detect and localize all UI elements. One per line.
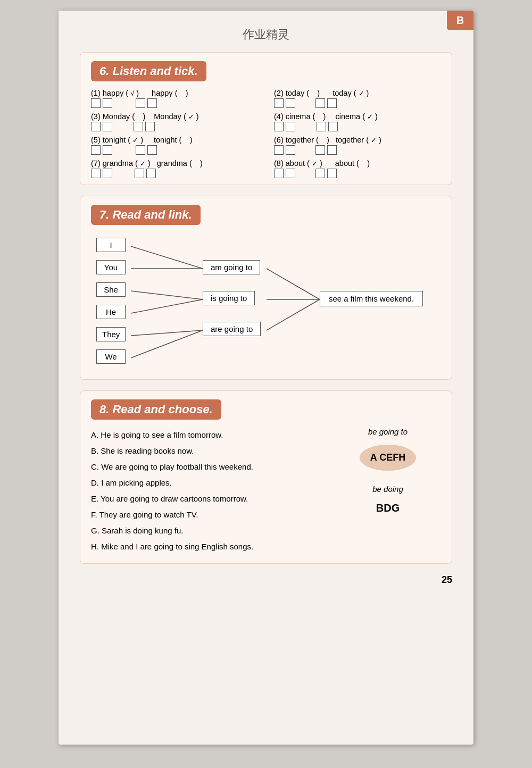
- box: [274, 122, 284, 131]
- listen-item-5: (5) tonight ( ✓ ) tonight ( ): [91, 136, 258, 155]
- listen-boxes-4: [274, 122, 441, 131]
- verb-am-going-to: am going to: [203, 260, 260, 274]
- section7-header: 7. Read and link.: [91, 205, 201, 225]
- box: [327, 145, 337, 155]
- svg-line-3: [131, 299, 203, 313]
- answer-going-to: A CEFH: [360, 445, 416, 471]
- sentence-E: E. You are going to draw cartoons tomorr…: [91, 491, 324, 507]
- box: [315, 98, 325, 108]
- section8-content: A. He is going to see a film tomorrow. B…: [91, 427, 441, 555]
- box: [145, 122, 155, 131]
- chinese-title: 作业精灵: [80, 27, 452, 43]
- box: [91, 145, 101, 155]
- listen-boxes-8: [274, 169, 441, 178]
- page: B 作业精灵 6. Listen and tick. (1) happy ( √…: [59, 11, 473, 745]
- subject-You: You: [96, 260, 126, 274]
- box: [134, 122, 143, 131]
- box: [103, 122, 112, 131]
- box: [286, 169, 295, 178]
- box: [103, 98, 112, 108]
- listen-item-1: (1) happy ( √ ) happy ( ): [91, 89, 258, 108]
- box: [286, 98, 295, 108]
- box: [136, 98, 145, 108]
- box: [327, 169, 337, 178]
- box: [147, 145, 157, 155]
- page-number: 25: [80, 574, 452, 586]
- listen-item-7: (7) grandma ( ✓ ) grandma ( ): [91, 159, 258, 178]
- listen-item-3: (3) Monday ( ) Monday ( ✓ ): [91, 112, 258, 131]
- subject-They: They: [96, 327, 126, 341]
- box: [315, 169, 325, 178]
- section6-header: 6. Listen and tick.: [91, 61, 206, 81]
- listen-boxes-3: [91, 122, 258, 131]
- listen-item-4: (4) cinema ( ) cinema ( ✓ ): [274, 112, 441, 131]
- label-be-doing: be doing: [372, 485, 403, 494]
- box: [103, 169, 112, 178]
- label-going-to: be going to: [368, 427, 408, 436]
- sentence-F: F. They are going to watch TV.: [91, 507, 324, 523]
- result-box: see a film this weekend.: [320, 291, 423, 306]
- subject-I: I: [96, 238, 126, 252]
- verb-is-going-to: is going to: [203, 291, 255, 305]
- box: [274, 145, 284, 155]
- listen-item-6: (6) together ( ) together ( ✓ ): [274, 136, 441, 155]
- listen-item-2: (2) today ( ) today ( ✓ ): [274, 89, 441, 108]
- sentence-H: H. Mike and I are going to sing English …: [91, 539, 324, 555]
- section8-sentences: A. He is going to see a film tomorrow. B…: [91, 427, 324, 555]
- section6: 6. Listen and tick. (1) happy ( √ ) happ…: [80, 52, 452, 185]
- box: [135, 169, 144, 178]
- box: [91, 98, 101, 108]
- b-tab: B: [447, 11, 473, 30]
- listen-boxes-2: [274, 98, 441, 108]
- svg-line-0: [131, 246, 203, 269]
- listen-item-8: (8) about ( ✓ ) about ( ): [274, 159, 441, 178]
- box: [274, 98, 284, 108]
- listen-boxes-1: [91, 98, 258, 108]
- answer-be-doing: BDG: [376, 502, 400, 514]
- sentence-B: B. She is reading books now.: [91, 443, 324, 459]
- sentence-D: D. I am picking apples.: [91, 475, 324, 491]
- box: [136, 145, 145, 155]
- svg-line-6: [267, 269, 320, 299]
- verb-are-going-to: are going to: [203, 322, 261, 336]
- subject-He: He: [96, 305, 126, 319]
- box: [315, 145, 325, 155]
- box: [103, 145, 112, 155]
- svg-line-5: [131, 330, 203, 358]
- section7: 7. Read and link. I You She He They We a…: [80, 196, 452, 380]
- listen-boxes-6: [274, 145, 441, 155]
- svg-line-2: [131, 291, 203, 299]
- box: [328, 122, 338, 131]
- sentence-list: A. He is going to see a film tomorrow. B…: [91, 427, 324, 555]
- box: [274, 169, 284, 178]
- subject-She: She: [96, 282, 126, 297]
- box: [286, 122, 295, 131]
- sentence-C: C. We are going to play football this we…: [91, 459, 324, 475]
- listen-grid: (1) happy ( √ ) happy ( ) (2): [91, 89, 441, 178]
- box: [317, 122, 326, 131]
- svg-line-8: [267, 299, 320, 330]
- box: [91, 169, 101, 178]
- box: [147, 98, 157, 108]
- box: [286, 145, 295, 155]
- section8: 8. Read and choose. A. He is going to se…: [80, 390, 452, 564]
- sentence-G: G. Sarah is doing kung fu.: [91, 523, 324, 539]
- listen-boxes-5: [91, 145, 258, 155]
- box: [91, 122, 101, 131]
- section8-header: 8. Read and choose.: [91, 399, 221, 420]
- box: [327, 98, 337, 108]
- section8-right: be going to A CEFH be doing BDG: [335, 427, 441, 555]
- link-diagram: I You She He They We am going to is goin…: [91, 232, 453, 371]
- subject-We: We: [96, 349, 126, 364]
- svg-line-4: [131, 330, 203, 336]
- listen-boxes-7: [91, 169, 258, 178]
- sentence-A: A. He is going to see a film tomorrow.: [91, 427, 324, 443]
- box: [146, 169, 156, 178]
